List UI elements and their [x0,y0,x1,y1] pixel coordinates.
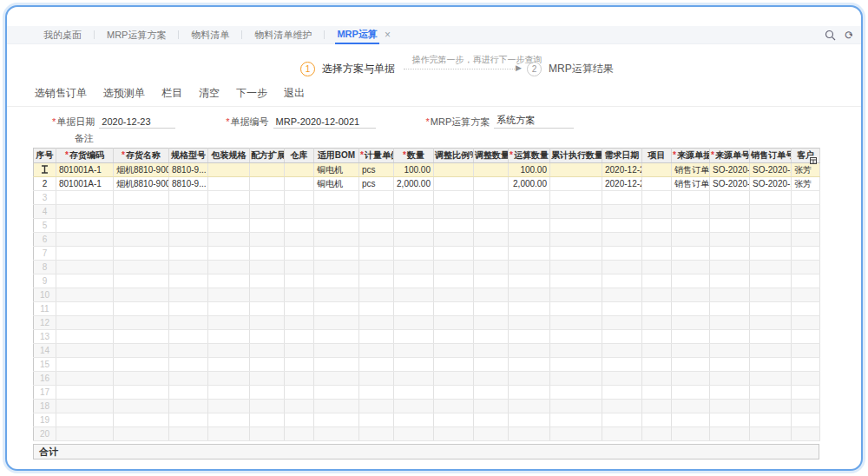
grid-cell[interactable] [672,386,710,400]
row-number-cell[interactable]: 17 [34,386,56,400]
grid-cell[interactable] [474,247,509,261]
grid-cell[interactable] [114,233,169,247]
grid-cell[interactable] [169,247,208,261]
grid-cell[interactable]: 2,000.00 [394,177,434,191]
grid-cell[interactable] [474,358,509,372]
grid-cell[interactable] [792,386,820,400]
grid-cell[interactable] [359,191,394,205]
grid-cell[interactable] [642,427,672,441]
grid-cell[interactable] [672,205,710,219]
grid-cell[interactable]: 801001A-1 [56,177,114,191]
column-header[interactable]: 累计执行数量 [550,149,602,163]
grid-cell[interactable] [114,247,169,261]
grid-cell[interactable] [250,274,285,288]
grid-cell[interactable] [285,427,314,441]
exit-button[interactable]: 退出 [284,86,305,101]
grid-cell[interactable] [434,288,474,302]
grid-cell[interactable] [56,233,114,247]
grid-cell[interactable] [750,288,792,302]
grid-cell[interactable] [434,219,474,233]
row-number-cell[interactable]: 11 [34,302,56,316]
grid-cell[interactable] [642,330,672,344]
grid-cell[interactable] [285,400,314,413]
grid-cell[interactable] [394,386,434,400]
table-row[interactable]: 5 [34,219,820,233]
table-row[interactable]: 3 [34,191,820,205]
grid-cell[interactable] [550,302,602,316]
grid-cell[interactable] [710,316,750,330]
grid-cell[interactable] [509,247,550,261]
grid-cell[interactable] [750,413,792,427]
grid-cell[interactable] [169,205,208,219]
grid-cell[interactable] [285,205,314,219]
grid-cell[interactable] [114,261,169,274]
column-header[interactable]: *运算数量 [509,149,550,163]
clear-button[interactable]: 清空 [199,86,220,101]
grid-cell[interactable] [672,372,710,386]
grid-cell[interactable] [394,316,434,330]
grid-cell[interactable] [550,163,602,177]
grid-cell[interactable] [750,358,792,372]
grid-cell[interactable] [208,288,250,302]
grid-cell[interactable] [434,413,474,427]
grid-cell[interactable] [509,400,550,413]
column-header[interactable]: 包装规格 [208,149,250,163]
grid-cell[interactable] [642,163,672,177]
grid-cell[interactable] [474,163,509,177]
grid-cell[interactable] [710,344,750,358]
grid-cell[interactable] [359,330,394,344]
grid-cell[interactable] [434,163,474,177]
grid-cell[interactable] [642,191,672,205]
table-row[interactable]: 801001A-1烟机8810-90018810-9...铜电机pcs100.0… [34,163,820,177]
grid-cell[interactable] [602,358,642,372]
grid-cell[interactable] [750,400,792,413]
grid-cell[interactable] [208,400,250,413]
grid-cell[interactable] [56,219,114,233]
table-row[interactable]: 19 [34,413,820,427]
grid-cell[interactable] [792,302,820,316]
grid-cell[interactable]: 8810-9... [169,163,208,177]
grid-cell[interactable] [550,205,602,219]
grid-cell[interactable] [550,386,602,400]
grid-cell[interactable] [250,261,285,274]
grid-cell[interactable] [710,400,750,413]
grid-cell[interactable] [474,316,509,330]
grid-cell[interactable] [208,372,250,386]
grid-cell[interactable] [114,219,169,233]
grid-cell[interactable] [750,330,792,344]
grid-cell[interactable] [56,288,114,302]
grid-cell[interactable] [750,191,792,205]
grid-cell[interactable] [314,358,359,372]
grid-cell[interactable] [250,413,285,427]
grid-cell[interactable] [550,233,602,247]
grid-cell[interactable] [550,288,602,302]
grid-cell[interactable] [550,191,602,205]
grid-cell[interactable] [550,261,602,274]
grid-cell[interactable] [314,274,359,288]
grid-cell[interactable] [285,330,314,344]
next-step-button[interactable]: 下一步 [236,86,267,101]
grid-cell[interactable] [642,400,672,413]
grid-cell[interactable] [434,247,474,261]
column-header[interactable]: *来源单号 [710,149,750,163]
grid-cell[interactable] [550,344,602,358]
grid-cell[interactable] [314,288,359,302]
grid-cell[interactable]: 铜电机 [314,177,359,191]
grid-cell[interactable] [602,205,642,219]
grid-cell[interactable] [792,413,820,427]
grid-cell[interactable] [169,372,208,386]
grid-cell[interactable] [434,261,474,274]
grid-cell[interactable] [434,274,474,288]
grid-cell[interactable] [169,191,208,205]
grid-cell[interactable] [169,358,208,372]
table-row[interactable]: 2801001A-1烟机8810-90018810-9...铜电机pcs2,00… [34,177,820,191]
grid-cell[interactable] [509,427,550,441]
grid-cell[interactable] [434,358,474,372]
grid-cell[interactable] [208,330,250,344]
grid-cell[interactable] [672,219,710,233]
grid-cell[interactable] [710,191,750,205]
row-number-cell[interactable]: 5 [34,219,56,233]
grid-cell[interactable] [792,400,820,413]
grid-cell[interactable] [750,316,792,330]
grid-cell[interactable] [642,372,672,386]
